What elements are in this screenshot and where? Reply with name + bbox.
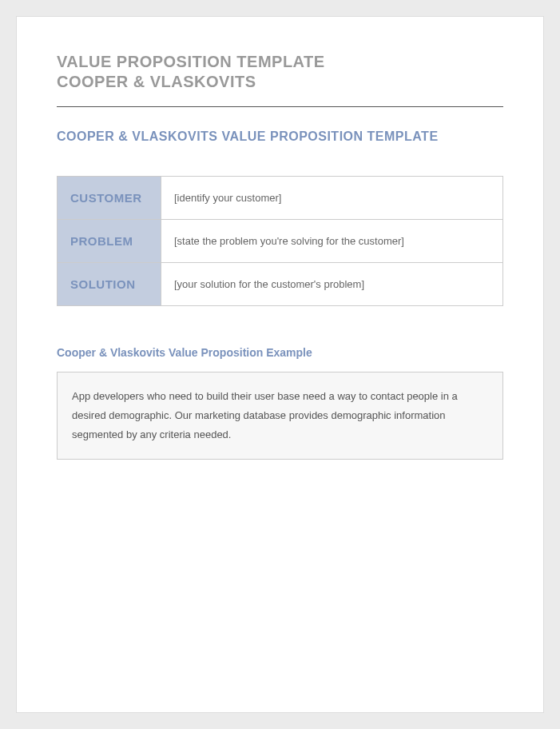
row-value-solution: [your solution for the customer's proble… (161, 263, 503, 306)
value-proposition-table: CUSTOMER [identify your customer] PROBLE… (57, 176, 503, 306)
table-row: CUSTOMER [identify your customer] (58, 177, 503, 220)
row-label-customer: CUSTOMER (58, 177, 161, 220)
document-page: VALUE PROPOSITION TEMPLATE COOPER & VLAS… (16, 16, 544, 713)
title-block: VALUE PROPOSITION TEMPLATE COOPER & VLAS… (57, 52, 503, 92)
row-label-problem: PROBLEM (58, 220, 161, 263)
title-line2: COOPER & VLASKOVITS (57, 72, 503, 92)
title-line1: VALUE PROPOSITION TEMPLATE (57, 52, 503, 72)
example-heading: Cooper & Vlaskovits Value Proposition Ex… (57, 346, 503, 359)
section-heading: COOPER & VLASKOVITS VALUE PROPOSITION TE… (57, 129, 503, 144)
row-value-customer: [identify your customer] (161, 177, 503, 220)
divider (57, 106, 503, 107)
example-box: App developers who need to build their u… (57, 372, 503, 460)
row-value-problem: [state the problem you're solving for th… (161, 220, 503, 263)
table-row: SOLUTION [your solution for the customer… (58, 263, 503, 306)
table-row: PROBLEM [state the problem you're solvin… (58, 220, 503, 263)
row-label-solution: SOLUTION (58, 263, 161, 306)
